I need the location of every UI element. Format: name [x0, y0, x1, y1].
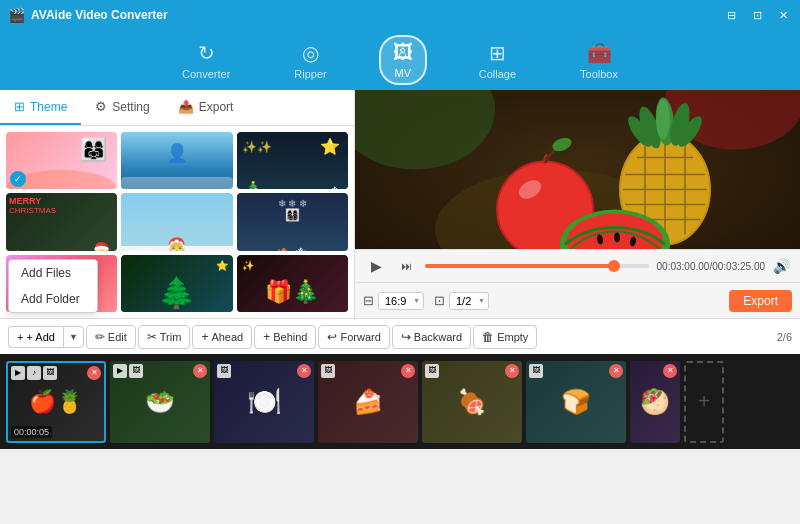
- maximize-icon[interactable]: ⊡: [748, 6, 766, 24]
- ratio-select[interactable]: 16:9 4:3 1:1: [378, 292, 424, 310]
- film-remove-1[interactable]: ✕: [87, 366, 101, 380]
- add-button[interactable]: + + Add: [8, 326, 63, 348]
- edit-label: Edit: [108, 331, 127, 343]
- film-music-icon[interactable]: ♪: [27, 366, 41, 380]
- nav-ripper-label: Ripper: [294, 68, 326, 80]
- film-remove-3[interactable]: ✕: [297, 364, 311, 378]
- svg-point-17: [656, 100, 670, 140]
- trim-label: Trim: [160, 331, 182, 343]
- tab-export[interactable]: 📤 Export: [164, 90, 248, 125]
- forward-button[interactable]: ↩ Forward: [318, 325, 389, 349]
- film-controls-5: 🖼: [425, 364, 439, 378]
- nav-ripper[interactable]: ◎ Ripper: [282, 37, 338, 84]
- film-image-icon-3[interactable]: 🖼: [217, 364, 231, 378]
- export-button[interactable]: Export: [729, 290, 792, 312]
- ratio-select-wrap[interactable]: 16:9 4:3 1:1: [378, 292, 424, 310]
- theme-item-christmas-tree[interactable]: 🌲 ⭐ Christmas Tree: [121, 255, 232, 312]
- theme-item-christmas-eve[interactable]: ⭐ 🎄 ❄️ ✨✨ Christmas Eve: [237, 132, 348, 189]
- behind-icon: +: [263, 330, 270, 344]
- tab-export-label: Export: [199, 100, 234, 114]
- empty-icon: 🗑: [482, 330, 494, 344]
- nav-converter-label: Converter: [182, 68, 230, 80]
- behind-button[interactable]: + Behind: [254, 325, 316, 349]
- tab-theme[interactable]: ⊞ Theme: [0, 90, 81, 125]
- ahead-button[interactable]: + Ahead: [192, 325, 252, 349]
- converter-icon: ↻: [198, 41, 215, 65]
- ahead-icon: +: [201, 330, 208, 344]
- forward-icon: ↩: [327, 330, 337, 344]
- film-item-3[interactable]: 🍽️ 🖼 ✕: [214, 361, 314, 443]
- toolbox-icon: 🧰: [587, 41, 612, 65]
- tab-setting[interactable]: ⚙ Setting: [81, 90, 163, 125]
- add-folder-item[interactable]: Add Folder: [9, 286, 97, 312]
- selected-badge-icon: ✓: [10, 171, 26, 187]
- theme-item-snowy-night[interactable]: ❄ ❄ ❄ 🏠❄️ 👩‍👩‍👧‍👦 Snowy Night: [237, 193, 348, 250]
- trim-button[interactable]: ✂ Trim: [138, 325, 191, 349]
- nav-converter[interactable]: ↻ Converter: [170, 37, 242, 84]
- film-controls-3: 🖼: [217, 364, 231, 378]
- setting-tab-icon: ⚙: [95, 99, 107, 114]
- add-dropdown-menu: Add Files Add Folder: [8, 259, 98, 313]
- nav-toolbox[interactable]: 🧰 Toolbox: [568, 37, 630, 84]
- progress-bar[interactable]: [425, 264, 649, 268]
- empty-label: Empty: [497, 331, 528, 343]
- film-item-1[interactable]: 🍎🍍 ▶ ♪ 🖼 ✕ 00:00:05: [6, 361, 106, 443]
- scale-select[interactable]: 1/2 1/1 1/4: [449, 292, 489, 310]
- backward-button[interactable]: ↪ Backward: [392, 325, 471, 349]
- add-button-group: + + Add ▼: [8, 326, 84, 348]
- close-icon[interactable]: ✕: [774, 6, 792, 24]
- volume-icon[interactable]: 🔊: [773, 258, 790, 274]
- time-display: 00:03:00.00/00:03:25.00: [657, 261, 765, 272]
- film-image-icon[interactable]: 🖼: [43, 366, 57, 380]
- add-dropdown-toggle[interactable]: ▼: [63, 326, 84, 348]
- add-files-item[interactable]: Add Files: [9, 260, 97, 286]
- edit-button[interactable]: ✏ Edit: [86, 325, 136, 349]
- nav-mv[interactable]: 🖼 MV: [379, 35, 427, 85]
- edit-icon: ✏: [95, 330, 105, 344]
- film-remove-6[interactable]: ✕: [609, 364, 623, 378]
- film-remove-7[interactable]: ✕: [663, 364, 677, 378]
- minimize-icon[interactable]: ⊟: [722, 6, 740, 24]
- theme-item-merry-christmas[interactable]: MERRY CHRISTMAS 🎅 ⛪ Merry Christmas: [6, 193, 117, 250]
- bottom-controls: ⊟ 16:9 4:3 1:1 ⊡ 1/2 1/1 1/4 Export: [355, 282, 800, 318]
- film-play-icon[interactable]: ▶: [11, 366, 25, 380]
- app-logo-icon: 🎬: [8, 7, 25, 23]
- right-panel: ▶ ⏭ 00:03:00.00/00:03:25.00 🔊 ⊟ 16:9 4:3…: [355, 90, 800, 318]
- play-button[interactable]: ▶: [365, 255, 387, 277]
- nav-collage[interactable]: ⊞ Collage: [467, 37, 528, 84]
- video-preview: [355, 90, 800, 249]
- scale-select-wrap[interactable]: 1/2 1/1 1/4: [449, 292, 489, 310]
- film-item-7[interactable]: 🥙 ✕: [630, 361, 680, 443]
- film-remove-5[interactable]: ✕: [505, 364, 519, 378]
- film-item-6[interactable]: 🍞 🖼 ✕: [526, 361, 626, 443]
- film-item-2[interactable]: 🥗 ▶ 🖼 ✕: [110, 361, 210, 443]
- scale-icon: ⊡: [434, 293, 445, 308]
- film-remove-4[interactable]: ✕: [401, 364, 415, 378]
- filmstrip-add-button[interactable]: +: [684, 361, 724, 443]
- ripper-icon: ◎: [302, 41, 319, 65]
- film-item-5[interactable]: 🍖 🖼 ✕: [422, 361, 522, 443]
- filmstrip: 🍎🍍 ▶ ♪ 🖼 ✕ 00:00:05 🥗 ▶ 🖼 ✕ 🍽️ 🖼 ✕ 🍰 🖼 ✕: [0, 354, 800, 449]
- mv-icon: 🖼: [393, 41, 413, 64]
- theme-item-beautiful-christmas[interactable]: 🎁🎄 ✨ Beautiful Christmas: [237, 255, 348, 312]
- film-item-4[interactable]: 🍰 🖼 ✕: [318, 361, 418, 443]
- bottom-toolbar: Add Files Add Folder + + Add ▼ ✏ Edit ✂ …: [0, 318, 800, 354]
- backward-label: Backward: [414, 331, 462, 343]
- film-image-icon-6[interactable]: 🖼: [529, 364, 543, 378]
- step-forward-button[interactable]: ⏭: [395, 255, 417, 277]
- film-play-icon-2[interactable]: ▶: [113, 364, 127, 378]
- film-image-icon-5[interactable]: 🖼: [425, 364, 439, 378]
- theme-item-simple[interactable]: 👤 Simple: [121, 132, 232, 189]
- film-remove-2[interactable]: ✕: [193, 364, 207, 378]
- total-time: 00:03:25.00: [712, 261, 765, 272]
- empty-button[interactable]: 🗑 Empty: [473, 325, 537, 349]
- top-nav: ↻ Converter ◎ Ripper 🖼 MV ⊞ Collage 🧰 To…: [0, 30, 800, 90]
- film-image-icon-2[interactable]: 🖼: [129, 364, 143, 378]
- forward-label: Forward: [340, 331, 380, 343]
- aspect-ratio-icon: ⊟: [363, 293, 374, 308]
- export-tab-icon: 📤: [178, 99, 194, 114]
- film-image-icon-4[interactable]: 🖼: [321, 364, 335, 378]
- theme-item-santa-claus[interactable]: 🤶 Santa Claus: [121, 193, 232, 250]
- collage-icon: ⊞: [489, 41, 506, 65]
- theme-item-current[interactable]: 👩‍👩‍👧 ✓ Current Happy: [6, 132, 117, 189]
